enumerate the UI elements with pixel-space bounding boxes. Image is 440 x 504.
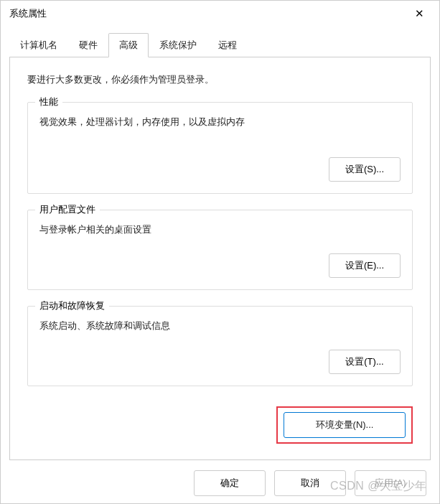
env-vars-row: 环境变量(N)...: [27, 406, 413, 444]
admin-notice: 要进行大多数更改，你必须作为管理员登录。: [27, 73, 413, 86]
groupbox-user-profiles: 用户配置文件 与登录帐户相关的桌面设置 设置(E)...: [27, 210, 413, 290]
tab-panel-advanced: 要进行大多数更改，你必须作为管理员登录。 性能 视觉效果，处理器计划，内存使用，…: [9, 57, 431, 460]
tab-container: 计算机名 硬件 高级 系统保护 远程 要进行大多数更改，你必须作为管理员登录。 …: [1, 27, 439, 460]
groupbox-performance: 性能 视觉效果，处理器计划，内存使用，以及虚拟内存 设置(S)...: [27, 102, 413, 194]
user-profiles-btn-row: 设置(E)...: [39, 253, 401, 278]
groupbox-startup: 启动和故障恢复 系统启动、系统故障和调试信息 设置(T)...: [27, 306, 413, 386]
close-icon: ✕: [415, 7, 424, 20]
startup-legend: 启动和故障恢复: [35, 299, 109, 312]
user-profiles-legend: 用户配置文件: [35, 203, 100, 216]
cancel-button[interactable]: 取消: [274, 470, 346, 496]
startup-btn-row: 设置(T)...: [39, 350, 401, 374]
tab-system-protection[interactable]: 系统保护: [149, 33, 207, 57]
user-profiles-settings-button[interactable]: 设置(E)...: [329, 253, 401, 278]
user-profiles-desc: 与登录帐户相关的桌面设置: [39, 223, 401, 236]
performance-btn-row: 设置(S)...: [39, 157, 401, 182]
tab-remote[interactable]: 远程: [207, 33, 248, 57]
tab-computer-name[interactable]: 计算机名: [9, 33, 68, 57]
environment-variables-button[interactable]: 环境变量(N)...: [284, 412, 406, 438]
startup-desc: 系统启动、系统故障和调试信息: [39, 319, 401, 332]
performance-settings-button[interactable]: 设置(S)...: [329, 157, 401, 182]
tab-hardware[interactable]: 硬件: [68, 33, 108, 57]
apply-button[interactable]: 应用(A): [355, 470, 426, 496]
ok-button[interactable]: 确定: [194, 470, 266, 496]
performance-desc: 视觉效果，处理器计划，内存使用，以及虚拟内存: [39, 116, 401, 129]
tab-advanced[interactable]: 高级: [108, 33, 149, 57]
system-properties-dialog: 系统属性 ✕ 计算机名 硬件 高级 系统保护 远程 要进行大多数更改，你必须作为…: [0, 0, 440, 504]
startup-settings-button[interactable]: 设置(T)...: [329, 350, 401, 374]
titlebar: 系统属性 ✕: [1, 1, 439, 27]
dialog-title: 系统属性: [9, 7, 47, 20]
close-button[interactable]: ✕: [408, 5, 431, 22]
tabs: 计算机名 硬件 高级 系统保护 远程: [9, 32, 431, 57]
env-vars-highlight: 环境变量(N)...: [276, 406, 413, 444]
dialog-footer: 确定 取消 应用(A): [1, 460, 439, 504]
performance-legend: 性能: [35, 95, 62, 108]
